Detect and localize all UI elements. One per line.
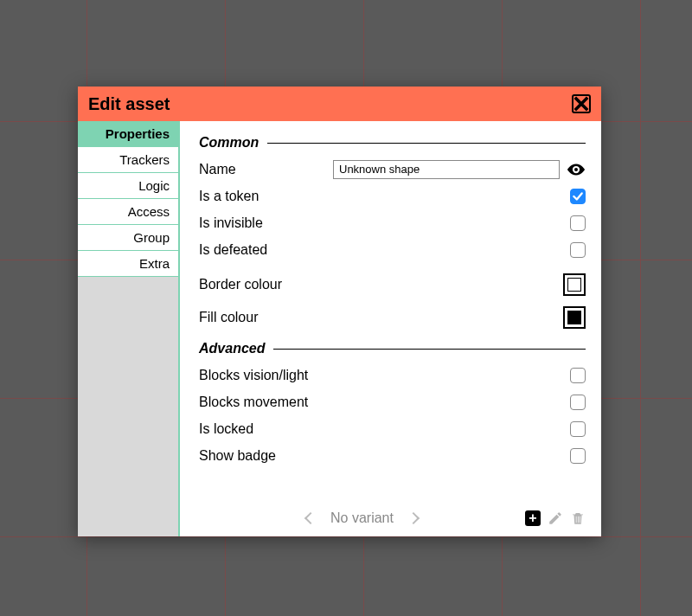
variant-actions: + xyxy=(525,510,586,526)
row-fill-colour: Fill colour xyxy=(199,301,586,334)
next-variant-button[interactable] xyxy=(407,512,420,524)
blocks-movement-label: Blocks movement xyxy=(199,395,308,410)
close-icon xyxy=(573,96,589,112)
row-show-badge: Show badge xyxy=(199,442,586,469)
sidebar: Properties Trackers Logic Access Group E… xyxy=(78,121,180,536)
is-locked-checkbox[interactable] xyxy=(570,421,586,437)
is-token-checkbox[interactable] xyxy=(570,189,586,204)
is-token-label: Is a token xyxy=(199,189,318,204)
row-is-invisible: Is invisible xyxy=(199,209,586,236)
border-colour-picker[interactable] xyxy=(563,273,586,296)
is-defeated-checkbox[interactable] xyxy=(570,242,586,258)
check-icon xyxy=(572,190,584,202)
blocks-vision-checkbox[interactable] xyxy=(570,368,586,383)
sidebar-item-label: Properties xyxy=(106,126,170,141)
name-label: Name xyxy=(199,162,318,177)
modal-body: Properties Trackers Logic Access Group E… xyxy=(78,121,601,536)
plus-icon: + xyxy=(529,511,536,525)
close-button[interactable] xyxy=(572,94,591,113)
blocks-vision-label: Blocks vision/light xyxy=(199,368,308,383)
sidebar-item-extra[interactable]: Extra xyxy=(78,251,178,277)
blocks-movement-checkbox[interactable] xyxy=(570,395,586,410)
panel-footer: No variant + xyxy=(199,502,586,526)
eye-icon xyxy=(567,160,586,179)
row-is-token: Is a token xyxy=(199,183,586,209)
variant-label: No variant xyxy=(330,510,394,526)
section-divider xyxy=(273,349,586,350)
sidebar-item-label: Group xyxy=(133,230,170,245)
sidebar-item-trackers[interactable]: Trackers xyxy=(78,147,178,173)
sidebar-item-properties[interactable]: Properties xyxy=(78,121,178,147)
edit-asset-modal: Edit asset Properties Trackers Logic Acc… xyxy=(78,87,601,536)
name-input[interactable] xyxy=(333,160,560,179)
sidebar-item-label: Trackers xyxy=(119,152,170,167)
sidebar-item-logic[interactable]: Logic xyxy=(78,173,178,199)
edit-variant-button[interactable] xyxy=(548,510,563,526)
properties-panel: Common Name Is a token xyxy=(180,121,601,536)
sidebar-item-label: Logic xyxy=(138,178,170,193)
add-variant-button[interactable]: + xyxy=(525,510,541,526)
fill-colour-picker[interactable] xyxy=(563,306,586,329)
modal-header: Edit asset xyxy=(78,87,601,121)
modal-title: Edit asset xyxy=(88,94,572,114)
variant-navigator: No variant xyxy=(199,510,525,526)
row-name: Name xyxy=(199,156,586,183)
visibility-toggle[interactable] xyxy=(567,160,586,179)
row-is-defeated: Is defeated xyxy=(199,236,586,263)
row-blocks-movement: Blocks movement xyxy=(199,388,586,415)
is-defeated-label: Is defeated xyxy=(199,242,318,258)
sidebar-item-access[interactable]: Access xyxy=(78,199,178,225)
sidebar-item-label: Extra xyxy=(139,256,170,271)
section-divider xyxy=(267,143,586,144)
section-common: Common xyxy=(199,135,586,151)
prev-variant-button[interactable] xyxy=(304,512,317,524)
section-label: Advanced xyxy=(199,341,273,356)
show-badge-checkbox[interactable] xyxy=(570,448,586,464)
sidebar-item-group[interactable]: Group xyxy=(78,225,178,251)
show-badge-label: Show badge xyxy=(199,448,318,464)
is-invisible-checkbox[interactable] xyxy=(570,215,586,231)
pencil-icon xyxy=(548,510,563,526)
delete-variant-button[interactable] xyxy=(570,510,586,526)
sidebar-item-label: Access xyxy=(128,204,170,219)
trash-icon xyxy=(570,510,586,526)
section-advanced: Advanced xyxy=(199,341,586,356)
row-border-colour: Border colour xyxy=(199,268,586,301)
section-label: Common xyxy=(199,135,267,151)
fill-colour-swatch xyxy=(567,311,581,324)
border-colour-label: Border colour xyxy=(199,277,318,292)
is-invisible-label: Is invisible xyxy=(199,215,318,231)
is-locked-label: Is locked xyxy=(199,421,318,437)
row-is-locked: Is locked xyxy=(199,415,586,442)
fill-colour-label: Fill colour xyxy=(199,310,318,325)
svg-point-0 xyxy=(574,167,578,170)
row-blocks-vision: Blocks vision/light xyxy=(199,362,586,388)
border-colour-swatch xyxy=(567,278,581,292)
